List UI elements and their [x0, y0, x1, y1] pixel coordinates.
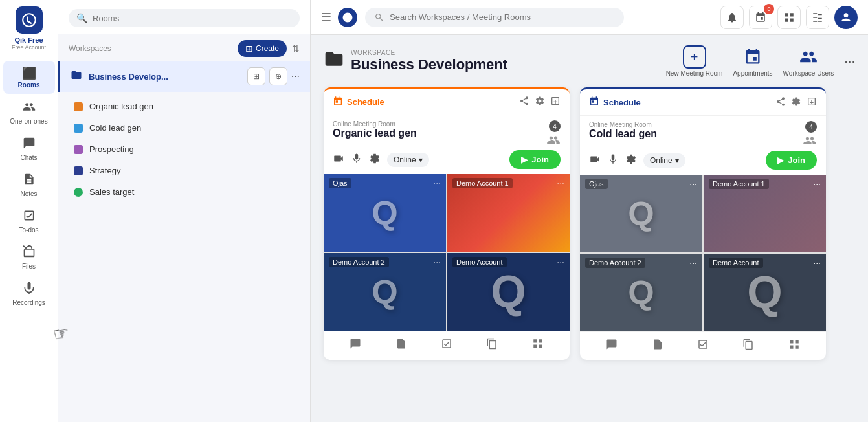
create-workspace-button[interactable]: ⊞ Create	[238, 40, 287, 57]
app-logo[interactable]	[16, 6, 43, 34]
expand-icon-2[interactable]	[807, 96, 817, 109]
hamburger-icon[interactable]: ☰	[321, 10, 331, 25]
workspace-actions: ⊞ ⊕ ···	[247, 67, 300, 85]
grid-footer-icon-2[interactable]	[788, 339, 800, 353]
room-item-organic[interactable]: Organic lead gen	[58, 96, 310, 117]
schedule-icon-blue	[589, 96, 599, 109]
room-name: Cold lead gen	[89, 123, 141, 133]
workspace-actions-bar: + New Meeting Room Appointments Workspac…	[666, 45, 855, 77]
topbar-search[interactable]	[365, 8, 624, 27]
settings-icon-2[interactable]	[791, 96, 801, 109]
sidebar-item-recordings[interactable]: Recordings	[3, 276, 55, 311]
chat-footer-icon-2[interactable]	[606, 339, 618, 353]
workspaces-header: Workspaces ⊞ Create ⇅	[58, 34, 310, 61]
sidebar-item-rooms[interactable]: ⬛ Rooms	[3, 61, 55, 94]
calendar-notification-icon[interactable]	[720, 6, 744, 29]
workspace-label: WORKSPACE	[351, 49, 507, 56]
rooms-search[interactable]: 🔍	[69, 9, 300, 27]
workspace-users-action[interactable]: Workspace Users	[783, 45, 834, 77]
topbar-search-icon	[374, 12, 384, 23]
video-cell-demo1-1: Demo Account 1 ···	[447, 174, 570, 252]
video-more-demo2-2[interactable]: ···	[689, 258, 697, 268]
room-item-strategy[interactable]: Strategy	[58, 160, 310, 181]
video-more-demo1-2[interactable]: ···	[813, 179, 821, 189]
sidebar-item-chats[interactable]: Chats	[3, 131, 55, 166]
sidebar-item-files[interactable]: Files	[3, 240, 55, 275]
files-footer-icon-1[interactable]	[486, 338, 498, 353]
room-card-cold: Schedule	[580, 87, 826, 360]
appointments-topbar-icon[interactable]: 0	[749, 6, 772, 29]
user-avatar[interactable]	[834, 6, 858, 29]
video-label-ojas-1: Ojas	[329, 178, 351, 188]
room-name: Prospecting	[89, 144, 134, 154]
room-title-2: Cold lead gen	[589, 128, 657, 140]
mic-btn-1[interactable]	[351, 153, 362, 167]
todos-footer-icon-2[interactable]	[697, 339, 709, 353]
participants-icon-2	[803, 134, 817, 144]
play-icon-2: ▶	[777, 155, 784, 165]
expand-icon[interactable]	[550, 96, 561, 108]
sidebar-item-notes[interactable]: Notes	[3, 168, 55, 203]
card-header-left: Schedule	[333, 96, 384, 108]
video-more-ojas-2[interactable]: ···	[689, 179, 697, 189]
camera-btn-2[interactable]	[589, 153, 601, 168]
files-footer-icon-2[interactable]	[742, 339, 754, 353]
one-on-ones-label: One-on-ones	[10, 118, 47, 125]
online-status-2: Online	[650, 156, 673, 165]
sidebar-item-one-on-ones[interactable]: One-on-ones	[3, 95, 55, 130]
sidebar-item-todos[interactable]: To-dos	[3, 204, 55, 239]
notes-footer-icon-2[interactable]	[652, 339, 663, 353]
room-item-sales-target[interactable]: Sales target	[58, 181, 310, 203]
video-more-demo1-1[interactable]: ···	[557, 178, 564, 188]
topbar-logo[interactable]: Q	[338, 8, 357, 27]
video-cell-demo2-1: Demo Account 2 ··· Q	[324, 253, 446, 331]
camera-btn-1[interactable]	[333, 153, 344, 167]
recordings-label: Recordings	[12, 299, 45, 306]
card-room-info-1: Online Meeting Room Organic lead gen 4	[324, 115, 570, 146]
todos-footer-icon-1[interactable]	[441, 338, 452, 353]
chat-footer-icon-1[interactable]	[350, 338, 361, 353]
video-more-demo-2[interactable]: ···	[813, 258, 821, 268]
app-sub: Free Account	[12, 44, 46, 50]
layout-icon[interactable]	[806, 6, 829, 29]
card-header-right-1	[519, 96, 561, 108]
appointments-action[interactable]: Appointments	[733, 45, 772, 77]
workspace-item-business-dev[interactable]: Business Develop... ⊞ ⊕ ···	[58, 61, 310, 92]
online-select-2[interactable]: Online ▾	[643, 153, 685, 168]
more-actions-btn[interactable]: ···	[844, 54, 855, 69]
room-item-cold[interactable]: Cold lead gen	[58, 117, 310, 139]
join-button-2[interactable]: ▶ Join	[766, 151, 817, 170]
share-icon-2[interactable]	[775, 96, 786, 109]
workspace-grid-btn[interactable]: ⊞	[247, 67, 265, 85]
rooms-search-input[interactable]	[93, 14, 292, 23]
settings-btn-1[interactable]	[369, 153, 381, 167]
workspace-more-btn[interactable]: ···	[291, 71, 300, 82]
share-icon[interactable]	[519, 96, 529, 108]
new-meeting-room-action[interactable]: + New Meeting Room	[666, 45, 723, 77]
video-cell-demo-2: Demo Account ··· Q	[704, 254, 826, 331]
grid-footer-icon-1[interactable]	[532, 338, 544, 353]
grid-view-icon[interactable]	[777, 6, 801, 29]
video-cell-ojas-2: Ojas ··· Q	[580, 175, 702, 252]
workspace-title-text: WORKSPACE Business Development	[351, 49, 507, 73]
video-more-ojas-1[interactable]: ···	[433, 178, 441, 188]
panel-header: 🔍	[58, 0, 310, 34]
room-item-prospecting[interactable]: Prospecting	[58, 139, 310, 160]
settings-icon[interactable]	[535, 96, 545, 108]
video-more-demo-1[interactable]: ···	[557, 257, 564, 267]
online-select-1[interactable]: Online ▾	[387, 153, 429, 167]
workspace-add-btn[interactable]: ⊕	[269, 67, 287, 85]
notes-footer-icon-1[interactable]	[395, 338, 407, 353]
join-button-1[interactable]: ▶ Join	[509, 150, 561, 169]
mic-btn-2[interactable]	[607, 153, 619, 168]
topbar-search-input[interactable]	[390, 12, 615, 22]
new-meeting-room-label: New Meeting Room	[666, 70, 723, 77]
video-more-demo2-1[interactable]: ···	[433, 257, 441, 267]
room-info-text-2: Online Meeting Room Cold lead gen	[589, 121, 657, 140]
create-label: Create	[256, 44, 279, 53]
q-logo-5: Q	[628, 273, 654, 312]
card-header-right-2	[775, 96, 817, 109]
sort-icon[interactable]: ⇅	[292, 43, 300, 54]
settings-btn-2[interactable]	[625, 153, 637, 168]
workspace-content: WORKSPACE Business Development + New Mee…	[311, 35, 868, 422]
